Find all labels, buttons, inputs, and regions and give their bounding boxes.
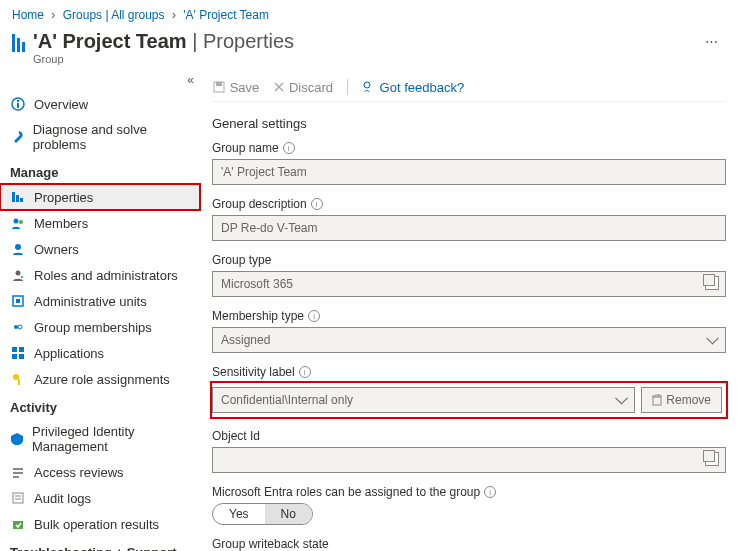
sidebar-heading-troubleshoot: Troubleshooting + Support [0,537,200,551]
field-sensitivity-label: Sensitivity labeli Confidential\Internal… [212,365,726,417]
sidebar-label: Group memberships [34,320,152,335]
svg-point-8 [15,244,21,250]
key-icon [10,371,26,387]
label-sensitivity: Sensitivity label [212,365,295,379]
sidebar-label: Properties [34,190,93,205]
toggle-no[interactable]: No [265,504,312,524]
sidebar-label: Azure role assignments [34,372,170,387]
svg-rect-23 [13,493,23,503]
sidebar-label: Applications [34,346,104,361]
more-menu-button[interactable]: ⋯ [697,30,726,53]
sidebar-item-applications[interactable]: Applications [0,340,200,366]
toggle-yes[interactable]: Yes [213,504,265,524]
info-icon[interactable]: i [299,366,311,378]
label-group-description: Group description [212,197,307,211]
label-writeback: Group writeback state [212,537,329,551]
breadcrumb-home[interactable]: Home [12,8,44,22]
info-icon[interactable]: i [283,142,295,154]
svg-point-13 [18,325,22,329]
svg-rect-14 [12,347,17,352]
sidebar-item-diagnose[interactable]: Diagnose and solve problems [0,117,200,157]
bulk-results-icon [10,516,26,532]
sidebar-label: Owners [34,242,79,257]
sidebar-item-azure-roles[interactable]: Azure role assignments [0,366,200,392]
label-group-type: Group type [212,253,271,267]
save-icon [212,80,226,94]
svg-point-9 [16,271,21,276]
admin-units-icon [10,293,26,309]
label-object-id: Object Id [212,429,260,443]
page-header: 'A' Project Team | Properties Group ⋯ [0,26,738,73]
group-icon [12,34,25,52]
roles-icon [10,267,26,283]
svg-rect-16 [12,354,17,359]
svg-rect-27 [216,82,222,86]
sidebar-label: Diagnose and solve problems [33,122,190,152]
members-icon [10,215,26,231]
remove-button[interactable]: Remove [641,387,722,413]
label-membership-type: Membership type [212,309,304,323]
page-subtitle: Group [33,53,697,65]
save-button[interactable]: Save [212,80,259,95]
input-object-id [212,447,726,473]
field-group-name: Group namei 'A' Project Team [212,141,726,185]
feedback-button[interactable]: Got feedback? [362,80,464,95]
info-icon[interactable]: i [311,198,323,210]
sidebar-label: Bulk operation results [34,517,159,532]
svg-rect-21 [13,472,23,474]
sidebar-item-admin-units[interactable]: Administrative units [0,288,200,314]
sidebar-item-pim[interactable]: Privileged Identity Management [0,419,200,459]
svg-rect-17 [19,354,24,359]
field-writeback: Group writeback state No writeback [212,537,726,551]
select-sensitivity-label[interactable]: Confidential\Internal only [212,387,635,413]
sidebar-item-bulk-results[interactable]: Bulk operation results [0,511,200,537]
separator [347,79,348,95]
toggle-entra-roles[interactable]: Yes No [212,503,313,525]
select-membership-type[interactable]: Assigned [212,327,726,353]
field-group-type: Group type Microsoft 365 [212,253,726,297]
pim-icon [10,431,24,447]
sidebar-label: Access reviews [34,465,124,480]
sidebar-label: Privileged Identity Management [32,424,190,454]
main-panel: Save Discard Got feedback? General setti… [200,73,738,551]
properties-icon [10,189,26,205]
info-icon[interactable]: i [308,310,320,322]
sidebar-label: Roles and administrators [34,268,178,283]
group-memberships-icon [10,319,26,335]
svg-rect-1 [17,103,19,108]
breadcrumb-team[interactable]: 'A' Project Team [183,8,269,22]
copy-icon[interactable] [705,276,719,290]
page-title: 'A' Project Team | Properties [33,30,697,53]
breadcrumb-groups[interactable]: Groups | All groups [63,8,165,22]
section-general: General settings [212,116,726,131]
feedback-icon [362,80,376,94]
svg-rect-29 [653,397,661,405]
svg-rect-19 [18,379,20,385]
access-reviews-icon [10,464,26,480]
discard-button[interactable]: Discard [273,80,333,95]
input-group-name[interactable]: 'A' Project Team [212,159,726,185]
sidebar-item-properties[interactable]: Properties [0,184,200,210]
info-icon[interactable]: i [484,486,496,498]
input-group-type: Microsoft 365 [212,271,726,297]
field-object-id: Object Id [212,429,726,473]
copy-icon[interactable] [705,452,719,466]
field-entra-roles: Microsoft Entra roles can be assigned to… [212,485,726,525]
svg-rect-5 [20,198,23,202]
sidebar-label: Administrative units [34,294,147,309]
sidebar-item-access-reviews[interactable]: Access reviews [0,459,200,485]
sidebar-item-members[interactable]: Members [0,210,200,236]
collapse-sidebar-button[interactable]: « [0,73,200,91]
sidebar-item-roles[interactable]: Roles and administrators [0,262,200,288]
sidebar-item-owners[interactable]: Owners [0,236,200,262]
input-group-description[interactable]: DP Re-do V-Team [212,215,726,241]
svg-rect-15 [19,347,24,352]
sidebar-item-overview[interactable]: Overview [0,91,200,117]
field-group-description: Group descriptioni DP Re-do V-Team [212,197,726,241]
sidebar-item-group-memberships[interactable]: Group memberships [0,314,200,340]
svg-rect-4 [16,195,19,202]
sidebar-item-audit-logs[interactable]: Audit logs [0,485,200,511]
sidebar: « Overview Diagnose and solve problems M… [0,73,200,551]
svg-rect-11 [16,299,20,303]
chevron-right-icon: › [172,8,176,22]
